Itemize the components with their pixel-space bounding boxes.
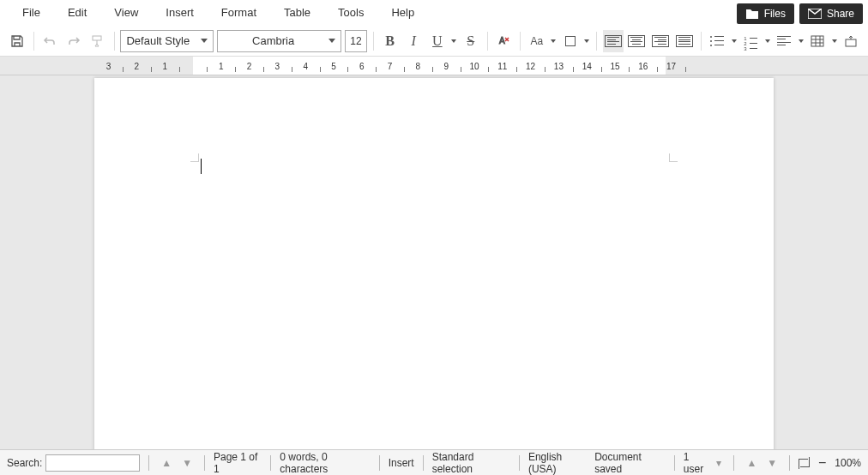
share-button[interactable]: Share bbox=[799, 3, 863, 24]
align-right-button[interactable] bbox=[650, 30, 671, 52]
bold-button[interactable]: B bbox=[380, 30, 401, 52]
search-input[interactable] bbox=[45, 454, 140, 472]
separator bbox=[733, 455, 734, 471]
ruler-tick-label: 4 bbox=[303, 62, 308, 71]
clear-formatting-button[interactable]: A bbox=[494, 30, 515, 52]
redo-button[interactable] bbox=[63, 30, 84, 52]
svg-rect-1 bbox=[93, 36, 101, 40]
ruler-tick-label: 9 bbox=[443, 62, 449, 71]
user-dropdown[interactable]: ▾ bbox=[713, 457, 725, 469]
char-menu-dropdown[interactable] bbox=[551, 39, 557, 43]
selection-mode[interactable]: Standard selection bbox=[432, 451, 510, 475]
number-icon: 123 bbox=[744, 36, 757, 46]
share-label: Share bbox=[827, 8, 854, 20]
word-count[interactable]: 0 words, 0 characters bbox=[280, 451, 370, 475]
zoom-out-button[interactable]: − bbox=[813, 455, 831, 471]
indent-dropdown[interactable] bbox=[798, 39, 804, 43]
menu-tools[interactable]: Tools bbox=[324, 1, 377, 24]
prev-page-button[interactable]: ▲ bbox=[743, 457, 760, 469]
horizontal-ruler[interactable]: 3211234567891011121314151617 bbox=[0, 57, 868, 75]
bullet-list-button[interactable] bbox=[707, 30, 727, 52]
margin-corner-tr bbox=[669, 153, 678, 162]
font-value: Cambria bbox=[223, 34, 323, 47]
separator bbox=[789, 455, 790, 471]
menu-format[interactable]: Format bbox=[208, 1, 270, 24]
files-button[interactable]: Files bbox=[737, 3, 794, 24]
character-menu-button[interactable]: Aa bbox=[527, 30, 547, 52]
document-page[interactable] bbox=[94, 78, 774, 449]
italic-icon: I bbox=[412, 33, 416, 49]
align-justify-button[interactable] bbox=[674, 30, 695, 52]
italic-button[interactable]: I bbox=[403, 30, 424, 52]
insert-mode[interactable]: Insert bbox=[389, 457, 414, 469]
number-list-button[interactable]: 123 bbox=[740, 30, 761, 52]
ruler-tick-label: 8 bbox=[416, 62, 421, 71]
separator bbox=[33, 32, 34, 51]
ruler-tick-label: 16 bbox=[638, 62, 648, 71]
separator bbox=[596, 32, 597, 51]
ruler-tick-label: 3 bbox=[106, 62, 112, 71]
zoom-fit-icon[interactable] bbox=[799, 457, 810, 469]
underline-icon: U bbox=[432, 33, 443, 49]
svg-rect-4 bbox=[846, 39, 856, 46]
ruler-tick-label: 1 bbox=[219, 62, 224, 71]
indent-icon bbox=[777, 36, 791, 46]
chevron-down-icon bbox=[765, 39, 770, 43]
table-dropdown[interactable] bbox=[831, 39, 837, 43]
ruler-tick-label: 12 bbox=[526, 62, 535, 71]
paragraph-style-combo[interactable]: Default Style bbox=[120, 30, 214, 52]
font-name-combo[interactable]: Cambria bbox=[217, 30, 341, 52]
search-prev-button[interactable]: ▲ bbox=[158, 457, 175, 469]
align-left-button[interactable] bbox=[603, 30, 624, 52]
align-center-button[interactable] bbox=[627, 30, 648, 52]
highlight-dropdown[interactable] bbox=[584, 39, 590, 43]
ruler-tick-label: 10 bbox=[469, 62, 479, 71]
menu-view[interactable]: View bbox=[100, 1, 152, 24]
chevron-down-icon bbox=[201, 39, 208, 43]
ruler-tick-label: 1 bbox=[162, 62, 167, 71]
clone-formatting-button[interactable] bbox=[87, 30, 108, 52]
language-status[interactable]: English (USA) bbox=[528, 451, 588, 475]
chevron-down-icon bbox=[832, 39, 837, 43]
menu-table[interactable]: Table bbox=[270, 1, 324, 24]
save-icon bbox=[10, 34, 24, 48]
font-size-field[interactable]: 12 bbox=[345, 30, 367, 52]
bullet-dropdown[interactable] bbox=[731, 39, 737, 43]
char-menu-label: Aa bbox=[531, 35, 544, 47]
bullet-icon bbox=[710, 36, 724, 46]
separator bbox=[373, 32, 374, 51]
statusbar: Search: ▲ ▼ Page 1 of 1 0 words, 0 chara… bbox=[0, 449, 868, 475]
table-button[interactable] bbox=[807, 30, 828, 52]
page-status[interactable]: Page 1 of 1 bbox=[214, 451, 262, 475]
underline-dropdown[interactable] bbox=[451, 39, 457, 43]
zoom-level[interactable]: 100% bbox=[835, 457, 861, 469]
highlight-button[interactable] bbox=[560, 30, 581, 52]
ruler-tick-label: 15 bbox=[610, 62, 619, 71]
separator bbox=[519, 455, 520, 471]
ruler-tick-label: 5 bbox=[331, 62, 336, 71]
style-value: Default Style bbox=[126, 34, 190, 47]
chevron-down-icon bbox=[799, 39, 804, 43]
next-page-button[interactable]: ▼ bbox=[763, 457, 781, 469]
number-dropdown[interactable] bbox=[764, 39, 770, 43]
font-size-value: 12 bbox=[350, 35, 361, 47]
indent-button[interactable] bbox=[774, 30, 794, 52]
underline-button[interactable]: U bbox=[427, 30, 448, 52]
save-status: Document saved bbox=[594, 451, 666, 475]
search-next-button[interactable]: ▼ bbox=[178, 457, 196, 469]
separator bbox=[674, 455, 675, 471]
ruler-tick-label: 6 bbox=[359, 62, 365, 71]
strikethrough-button[interactable]: S bbox=[461, 30, 481, 52]
menu-help[interactable]: Help bbox=[377, 1, 428, 24]
user-count[interactable]: 1 user bbox=[684, 451, 710, 475]
separator bbox=[520, 32, 521, 51]
save-button[interactable] bbox=[7, 30, 27, 52]
undo-button[interactable] bbox=[40, 30, 61, 52]
menu-edit[interactable]: Edit bbox=[54, 1, 100, 24]
ruler-tick-label: 3 bbox=[275, 62, 280, 71]
menu-file[interactable]: File bbox=[9, 1, 54, 24]
separator bbox=[487, 32, 488, 51]
insert-menu-button[interactable] bbox=[841, 30, 861, 52]
menu-insert[interactable]: Insert bbox=[152, 1, 208, 24]
ruler-tick-label: 7 bbox=[388, 62, 393, 71]
